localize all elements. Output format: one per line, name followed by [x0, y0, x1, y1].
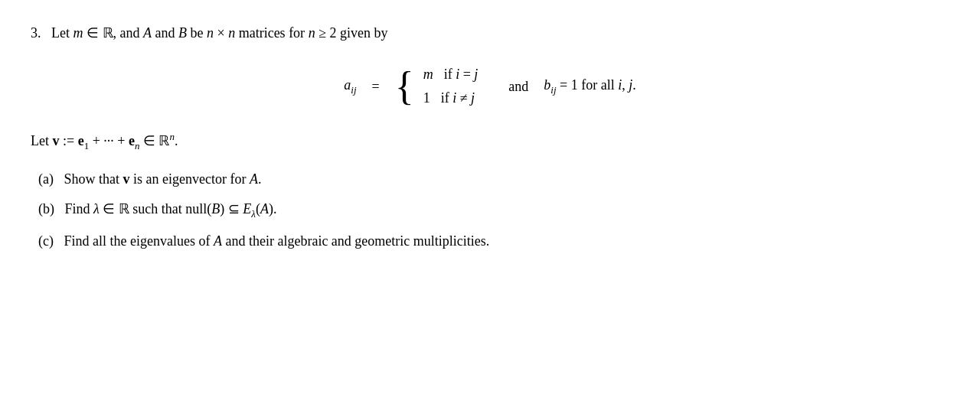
part-b: (b) Find λ ∈ ℝ such that null(B) ⊆ Eλ(A)… — [38, 198, 949, 222]
part-a-text: Show that v is an eigenvector for A. — [64, 171, 261, 187]
part-a: (a) Show that v is an eigenvector for A. — [38, 168, 949, 190]
part-c-label: (c) — [38, 233, 60, 249]
en-bold: e — [129, 133, 135, 148]
let-v-statement: Let v := e1 + ··· + en ∈ ℝn. — [31, 129, 949, 153]
problem-number: 3. — [31, 25, 48, 41]
a-ij-label: aij — [344, 77, 356, 96]
case1-value: m — [423, 65, 433, 84]
header-text: Let m ∈ ℝ, and A and B be n × n matrices… — [51, 25, 388, 41]
equation-left: aij = { m if i = j 1 if i ≠ j — [344, 65, 478, 108]
brace-cases: { m if i = j 1 if i ≠ j — [395, 65, 479, 108]
case-row-1: m if i = j — [423, 65, 479, 84]
problem-container: 3. Let m ∈ ℝ, and A and B be n × n matri… — [31, 23, 949, 252]
and-part: and bij = 1 for all i, j. — [508, 77, 635, 96]
left-brace: { — [395, 67, 414, 106]
part-c-text: Find all the eigenvalues of A and their … — [64, 233, 489, 249]
v-bold: v — [53, 133, 60, 148]
equals-sign: = — [372, 79, 380, 95]
cases-rows: m if i = j 1 if i ≠ j — [423, 65, 479, 108]
case-row-2: 1 if i ≠ j — [423, 89, 479, 108]
case1-condition: if i = j — [444, 65, 479, 84]
part-c: (c) Find all the eigenvalues of A and th… — [38, 230, 949, 252]
b-ij-def: bij = 1 for all i, j. — [544, 77, 635, 96]
and-label: and — [508, 79, 528, 95]
case2-condition: if i ≠ j — [441, 89, 475, 108]
part-a-label: (a) — [38, 171, 60, 187]
problem-header: 3. Let m ∈ ℝ, and A and B be n × n matri… — [31, 23, 949, 44]
part-b-text: Find λ ∈ ℝ such that null(B) ⊆ Eλ(A). — [65, 201, 277, 217]
e1-bold: e — [78, 133, 84, 148]
case2-value: 1 — [423, 89, 430, 108]
part-b-label: (b) — [38, 201, 61, 217]
math-block: aij = { m if i = j 1 if i ≠ j — [31, 65, 949, 108]
parts-container: (a) Show that v is an eigenvector for A.… — [38, 168, 949, 252]
